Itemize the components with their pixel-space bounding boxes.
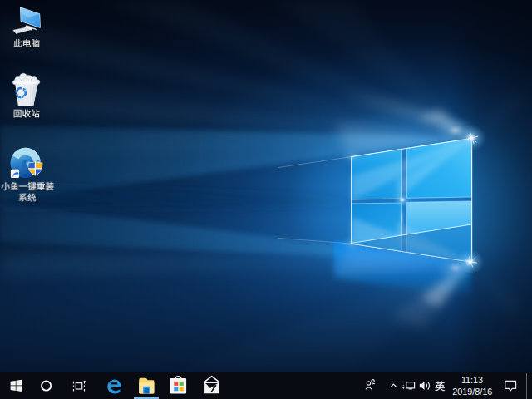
svg-text:11:13: 11:13 — [461, 375, 483, 385]
svg-text:2019/8/16: 2019/8/16 — [452, 387, 492, 397]
